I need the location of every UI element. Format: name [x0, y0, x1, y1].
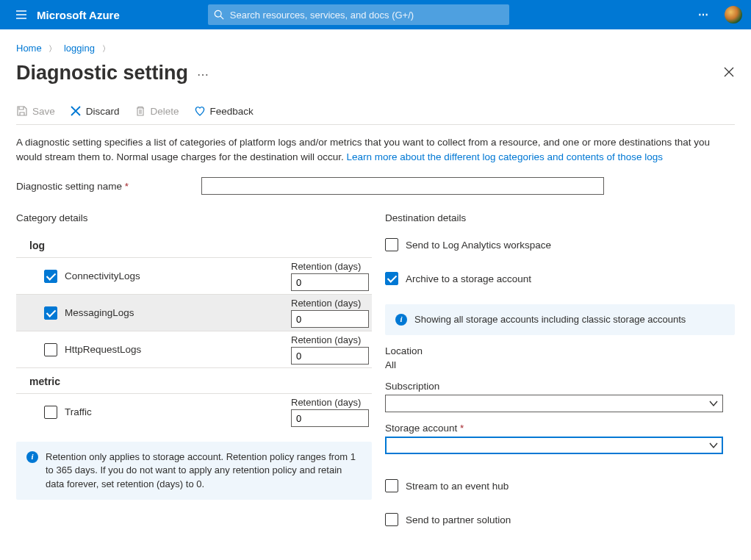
location-value: All: [385, 359, 396, 370]
chevron-down-icon: [709, 441, 718, 450]
subscription-label: Subscription: [385, 381, 735, 392]
chevron-right-icon: 〉: [48, 44, 57, 53]
category-heading: Category details: [16, 212, 372, 223]
storage-label: Storage account *: [385, 423, 735, 434]
log-analytics-label: Send to Log Analytics workspace: [406, 240, 551, 251]
chevron-down-icon: [709, 399, 718, 408]
hamburger-menu-icon[interactable]: [9, 9, 34, 21]
checkbox-httprequest[interactable]: [44, 343, 57, 356]
learn-more-link[interactable]: Learn more about the different log categ…: [346, 151, 663, 162]
checkbox-event-hub[interactable]: [385, 479, 398, 492]
dest-row-event-hub: Stream to an event hub: [385, 475, 735, 497]
archive-note-text: Showing all storage accounts including c…: [414, 313, 686, 326]
subscription-select[interactable]: [385, 395, 723, 412]
partner-label: Send to partner solution: [406, 514, 511, 525]
title-more-icon[interactable]: ⋯: [197, 68, 209, 82]
checkbox-messaging[interactable]: [44, 306, 57, 320]
retention-input-httprequest[interactable]: [291, 347, 369, 365]
breadcrumb-logging[interactable]: logging: [64, 43, 95, 54]
breadcrumb: Home 〉 logging 〉: [16, 43, 735, 54]
dest-row-archive: Archive to a storage account: [385, 268, 735, 290]
toolbar: Save Discard Delete Feedback: [16, 105, 735, 125]
retention-input-messaging[interactable]: [291, 310, 369, 328]
location-label: Location: [385, 345, 735, 356]
feedback-button[interactable]: Feedback: [194, 105, 254, 117]
metric-subheading: metric: [16, 370, 372, 394]
brand-label: Microsoft Azure: [37, 9, 120, 21]
connectivity-label: ConnectivityLogs: [65, 270, 140, 281]
dest-row-log-analytics: Send to Log Analytics workspace: [385, 234, 735, 256]
close-icon[interactable]: [723, 66, 735, 80]
trash-icon: [134, 105, 146, 117]
header-more-icon[interactable]: ⋯: [698, 9, 710, 21]
avatar[interactable]: [725, 6, 742, 24]
destination-heading: Destination details: [385, 212, 735, 223]
close-icon: [70, 105, 82, 117]
retention-label: Retention (days): [291, 298, 372, 309]
info-icon: i: [26, 451, 38, 463]
category-row-httprequest: HttpRequestLogs Retention (days): [16, 331, 372, 368]
log-subheading: log: [16, 234, 372, 258]
retention-input-traffic[interactable]: [291, 409, 369, 427]
svg-line-1: [220, 16, 223, 19]
retention-label: Retention (days): [291, 334, 372, 345]
category-row-traffic: Traffic Retention (days): [16, 394, 372, 430]
category-row-connectivity: ConnectivityLogs Retention (days): [16, 258, 372, 295]
archive-label: Archive to a storage account: [406, 273, 531, 284]
httprequest-label: HttpRequestLogs: [65, 344, 141, 355]
page-title: Diagnostic setting: [16, 62, 188, 85]
traffic-label: Traffic: [65, 406, 92, 417]
chevron-right-icon: 〉: [102, 44, 110, 53]
retention-info-callout: i Retention only applies to storage acco…: [16, 442, 372, 500]
checkbox-partner[interactable]: [385, 513, 398, 526]
checkbox-log-analytics[interactable]: [385, 238, 398, 251]
description-text: A diagnostic setting specifies a list of…: [16, 135, 722, 164]
category-row-messaging: MessagingLogs Retention (days): [16, 295, 372, 331]
checkbox-connectivity[interactable]: [44, 270, 57, 283]
retention-label: Retention (days): [291, 397, 372, 408]
event-hub-label: Stream to an event hub: [406, 481, 509, 492]
heart-icon: [194, 105, 206, 117]
svg-point-0: [215, 10, 221, 17]
retention-note-text: Retention only applies to storage accoun…: [46, 450, 362, 491]
retention-label: Retention (days): [291, 261, 372, 272]
global-search[interactable]: [208, 4, 509, 25]
retention-input-connectivity[interactable]: [291, 273, 369, 291]
search-input[interactable]: [230, 10, 503, 21]
archive-info-callout: i Showing all storage accounts including…: [385, 304, 735, 335]
storage-select[interactable]: [385, 437, 723, 454]
checkbox-archive[interactable]: [385, 272, 398, 285]
info-icon: i: [395, 314, 407, 326]
checkbox-traffic[interactable]: [44, 406, 57, 419]
azure-header: Microsoft Azure ⋯: [0, 0, 751, 29]
save-icon: [16, 105, 28, 117]
delete-button: Delete: [134, 105, 179, 117]
search-icon: [214, 10, 224, 20]
dest-row-partner: Send to partner solution: [385, 509, 735, 531]
discard-button[interactable]: Discard: [70, 105, 120, 117]
setting-name-label: Diagnostic setting name *: [16, 181, 201, 192]
messaging-label: MessagingLogs: [65, 307, 134, 318]
setting-name-input[interactable]: [201, 177, 604, 195]
breadcrumb-home[interactable]: Home: [16, 43, 42, 54]
save-button: Save: [16, 105, 55, 117]
